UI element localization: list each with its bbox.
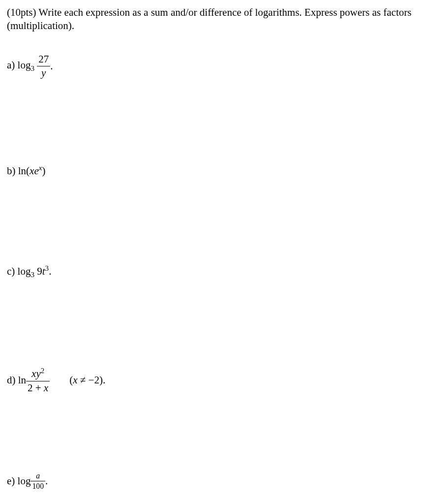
problem-d-condition: (x ≠ −2). [69,374,105,387]
problem-a-label: a) log [7,59,31,71]
problem-d-label: d) ln [7,374,26,387]
problem-c-num: 9 [34,265,42,277]
points-label: (10pts) [7,6,36,18]
problem-b: b) ln(xex) [7,163,421,178]
instructions-text: (10pts) Write each expression as a sum a… [7,6,421,33]
problem-a-denominator: y [37,66,50,80]
problem-a-numerator: 27 [37,53,50,66]
problem-e-denominator: 100 [31,481,45,491]
problem-a-sub: 3 [31,64,34,72]
problem-b-close: ) [42,165,45,177]
instructions-body: Write each expression as a sum and/or di… [7,6,411,32]
problem-c-exp: 3 [45,264,49,272]
problem-c-period: . [49,265,51,277]
problem-e: e) log a 100 . [7,471,421,492]
problem-d-numerator: xy2 [26,366,50,381]
problem-e-period: . [45,474,48,488]
problem-e-label: e) log [7,474,31,488]
problem-d: d) ln xy2 2 + x (x ≠ −2). [7,366,421,395]
problem-b-label: b) ln( [7,165,30,177]
problem-a-period: . [50,60,53,73]
problem-c: c) log3 9t3. [7,264,421,280]
problem-d-denominator: 2 + x [26,381,50,395]
problem-a-fraction: 27 y [37,53,50,80]
problem-b-var1: x [30,165,34,177]
problem-e-fraction: a 100 [31,471,45,492]
problem-c-label: c) log [7,265,31,277]
problem-c-sub: 3 [31,271,34,279]
problem-e-numerator: a [31,471,45,481]
problem-d-fraction: xy2 2 + x [26,366,50,395]
problem-a: a) log3 27 y . [7,53,421,80]
problem-b-var2: e [34,165,38,177]
